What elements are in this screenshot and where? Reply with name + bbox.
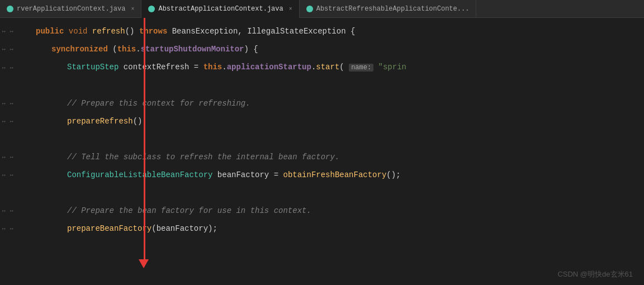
fold-marker-5b[interactable]: ↦: [8, 99, 16, 107]
tab-abstract-application-context[interactable]: AbstractApplicationContext.java ×: [141, 0, 299, 18]
code-content-5: // Prepare this context for refreshing.: [34, 96, 644, 111]
code-line-4: [0, 77, 644, 94]
code-line-8: ↦ ↦ // Tell the subclass to refresh the …: [0, 148, 644, 166]
editor-container: rverApplicationContext.java × AbstractAp…: [0, 0, 644, 285]
gutter-12: ↦ ↦: [0, 225, 34, 232]
code-content-6: prepareRefresh();: [34, 113, 644, 129]
gutter-11: ↦ ↦: [0, 207, 34, 215]
gutter-6: ↦ ↦: [0, 117, 34, 125]
code-content-7: [34, 131, 644, 147]
gutter-3: ↦ ↦: [0, 64, 34, 72]
fold-marker-1b[interactable]: ↦: [8, 27, 16, 35]
fold-marker-9[interactable]: ↦: [0, 171, 8, 179]
tab-close-2[interactable]: ×: [289, 6, 292, 12]
code-line-6: ↦ ↦ prepareRefresh();: [0, 112, 644, 130]
tab-icon-3: [306, 6, 313, 12]
tab-label-3: AbstractRefreshableApplicationConte...: [316, 5, 470, 13]
fold-marker-5[interactable]: ↦: [0, 99, 8, 107]
code-line-3: ↦ ↦ StartupStep contextRefresh = this.ap…: [0, 58, 644, 77]
gutter-2: ↦ ↦: [0, 45, 34, 53]
code-content-12: prepareBeanFactory(beanFactory);: [34, 221, 644, 236]
code-content-4: [34, 78, 644, 93]
red-arrow-head: [139, 259, 149, 268]
tab-icon-2: [148, 6, 155, 12]
watermark: CSDN @明快de玄米61: [557, 269, 633, 279]
tab-bar: rverApplicationContext.java × AbstractAp…: [0, 0, 644, 18]
code-line-9: ↦ ↦ ConfigurableListableBeanFactory bean…: [0, 166, 644, 184]
code-line-1: ↦ ↦ public void refresh() throws BeansEx…: [0, 22, 644, 40]
fold-marker-6[interactable]: ↦: [0, 117, 8, 125]
fold-marker-6b[interactable]: ↦: [8, 117, 16, 125]
code-content-8: // Tell the subclass to refresh the inte…: [34, 149, 644, 165]
fold-marker-8b[interactable]: ↦: [8, 153, 16, 161]
tab-label-1: rverApplicationContext.java: [17, 5, 125, 13]
code-content-2: synchronized (this.startupShutdownMonito…: [34, 41, 644, 57]
code-content-11: // Prepare the bean factory for use in t…: [34, 203, 644, 218]
gutter-5: ↦ ↦: [0, 99, 34, 107]
code-content-1: public void refresh() throws BeansExcept…: [34, 23, 644, 39]
code-content-9: ConfigurableListableBeanFactory beanFact…: [34, 167, 644, 183]
code-content-10: [34, 185, 644, 201]
fold-marker-9b[interactable]: ↦: [8, 171, 16, 179]
tab-icon-1: [7, 6, 13, 12]
fold-marker-12[interactable]: ↦: [0, 225, 8, 232]
code-line-7: [0, 130, 644, 148]
tab-rver-application-context[interactable]: rverApplicationContext.java ×: [0, 0, 141, 18]
gutter-9: ↦ ↦: [0, 171, 34, 179]
tab-abstract-refreshable-application-context[interactable]: AbstractRefreshableApplicationConte...: [300, 0, 477, 18]
fold-marker-2b[interactable]: ↦: [8, 45, 16, 53]
fold-marker-8[interactable]: ↦: [0, 153, 8, 161]
tab-label-2: AbstractApplicationContext.java: [158, 5, 283, 13]
code-line-12: ↦ ↦ prepareBeanFactory(beanFactory);: [0, 220, 644, 238]
fold-marker-1[interactable]: ↦: [0, 27, 8, 35]
tab-close-1[interactable]: ×: [131, 6, 134, 12]
fold-marker-11[interactable]: ↦: [0, 207, 8, 215]
gutter-1: ↦ ↦: [0, 27, 34, 35]
code-editor[interactable]: ↦ ↦ public void refresh() throws BeansEx…: [0, 18, 644, 285]
code-content-3: StartupStep contextRefresh = this.applic…: [34, 59, 644, 75]
code-line-5: ↦ ↦ // Prepare this context for refreshi…: [0, 94, 644, 112]
fold-marker-11b[interactable]: ↦: [8, 207, 16, 215]
fold-marker-12b[interactable]: ↦: [8, 225, 16, 232]
fold-marker-3b[interactable]: ↦: [8, 64, 16, 72]
fold-marker-3[interactable]: ↦: [0, 64, 8, 72]
gutter-8: ↦ ↦: [0, 153, 34, 161]
code-line-11: ↦ ↦ // Prepare the bean factory for use …: [0, 202, 644, 220]
fold-marker-2[interactable]: ↦: [0, 45, 8, 53]
code-line-2: ↦ ↦ synchronized (this.startupShutdownMo…: [0, 40, 644, 58]
code-line-10: [0, 184, 644, 202]
